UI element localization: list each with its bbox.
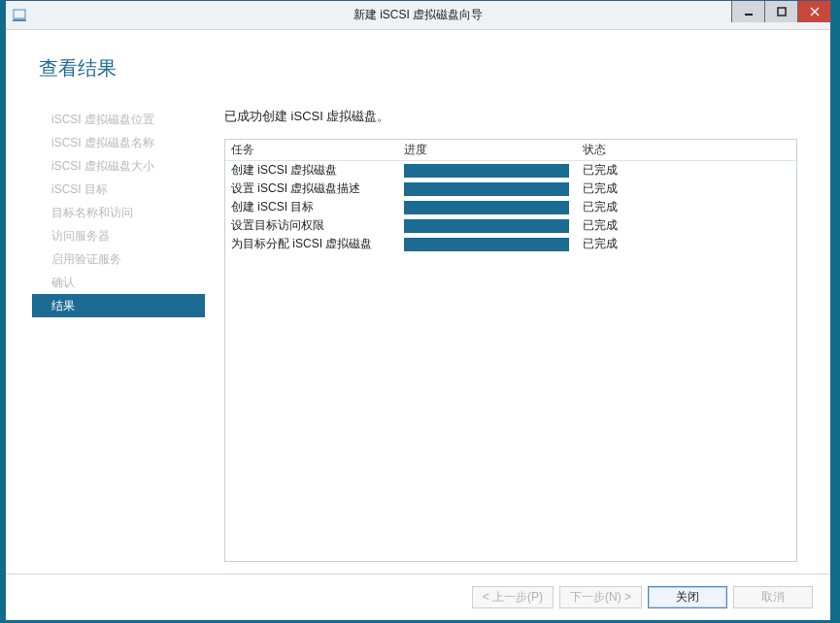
cell-progress — [404, 219, 577, 233]
cell-status: 已完成 — [577, 236, 796, 252]
sidebar-item-access-servers: 访问服务器 — [32, 224, 205, 247]
sidebar-item-confirm: 确认 — [32, 271, 205, 294]
table-body: 创建 iSCSI 虚拟磁盘 已完成 设置 iSCSI 虚拟磁盘描述 已完成 创建… — [225, 161, 796, 561]
wizard-window: 新建 iSCSI 虚拟磁盘向导 查看结果 iSCSI 虚拟磁盘位置 iSCSI … — [5, 0, 831, 621]
cell-task: 创建 iSCSI 虚拟磁盘 — [225, 162, 404, 179]
table-row: 创建 iSCSI 虚拟磁盘 已完成 — [225, 161, 796, 180]
window-title: 新建 iSCSI 虚拟磁盘向导 — [6, 7, 830, 23]
progress-bar — [404, 238, 569, 251]
table-row: 设置 iSCSI 虚拟磁盘描述 已完成 — [225, 180, 796, 198]
maximize-button[interactable] — [764, 1, 797, 22]
sidebar-item-result: 结果 — [32, 294, 205, 317]
progress-bar — [404, 201, 569, 214]
sidebar-item-iscsi-target: iSCSI 目标 — [32, 178, 205, 201]
cell-progress — [404, 182, 577, 196]
app-icon — [12, 8, 27, 23]
cell-progress — [404, 238, 577, 251]
svg-rect-1 — [13, 19, 26, 21]
results-table: 任务 进度 状态 创建 iSCSI 虚拟磁盘 已完成 设置 iSCSI 虚拟磁盘… — [224, 139, 797, 562]
cancel-button: 取消 — [733, 586, 813, 608]
close-wizard-button[interactable]: 关闭 — [648, 586, 727, 608]
progress-bar — [404, 164, 569, 178]
steps-sidebar: iSCSI 虚拟磁盘位置 iSCSI 虚拟磁盘名称 iSCSI 虚拟磁盘大小 i… — [32, 108, 205, 317]
result-message: 已成功创建 iSCSI 虚拟磁盘。 — [224, 108, 797, 125]
sidebar-item-iscsi-disk-name: iSCSI 虚拟磁盘名称 — [32, 131, 205, 154]
sidebar-item-target-name-access: 目标名称和访问 — [32, 201, 205, 224]
cell-status: 已完成 — [577, 162, 796, 179]
minimize-button[interactable] — [731, 1, 764, 22]
cell-progress — [404, 201, 577, 214]
window-controls — [731, 1, 830, 22]
cell-task: 为目标分配 iSCSI 虚拟磁盘 — [225, 236, 404, 252]
column-header-task: 任务 — [225, 142, 404, 158]
back-button: < 上一步(P) — [472, 586, 554, 608]
cell-task: 设置 iSCSI 虚拟磁盘描述 — [225, 180, 404, 197]
table-row: 创建 iSCSI 目标 已完成 — [225, 198, 796, 216]
cell-task: 设置目标访问权限 — [225, 217, 404, 234]
table-row: 为目标分配 iSCSI 虚拟磁盘 已完成 — [225, 235, 796, 253]
table-header: 任务 进度 状态 — [225, 140, 796, 161]
close-button[interactable] — [797, 1, 830, 22]
titlebar: 新建 iSCSI 虚拟磁盘向导 — [6, 1, 830, 30]
sidebar-item-iscsi-disk-location: iSCSI 虚拟磁盘位置 — [32, 108, 205, 131]
column-header-status: 状态 — [577, 142, 796, 158]
cell-status: 已完成 — [577, 199, 796, 215]
progress-bar — [404, 182, 569, 196]
progress-bar — [404, 219, 569, 233]
cell-status: 已完成 — [577, 217, 796, 234]
footer: < 上一步(P) 下一步(N) > 关闭 取消 — [6, 574, 830, 620]
content-area: 查看结果 iSCSI 虚拟磁盘位置 iSCSI 虚拟磁盘名称 iSCSI 虚拟磁… — [6, 30, 830, 574]
svg-rect-3 — [778, 8, 786, 16]
sidebar-item-enable-auth: 启用验证服务 — [32, 247, 205, 271]
cell-status: 已完成 — [577, 180, 796, 197]
main-panel: 已成功创建 iSCSI 虚拟磁盘。 任务 进度 状态 创建 iSCSI 虚拟磁盘… — [224, 108, 797, 564]
cell-progress — [404, 164, 577, 178]
table-row: 设置目标访问权限 已完成 — [225, 216, 796, 235]
next-button: 下一步(N) > — [559, 586, 642, 608]
sidebar-item-iscsi-disk-size: iSCSI 虚拟磁盘大小 — [32, 154, 205, 178]
cell-task: 创建 iSCSI 目标 — [225, 199, 404, 215]
page-heading: 查看结果 — [39, 55, 117, 82]
svg-rect-2 — [745, 14, 753, 16]
svg-rect-0 — [14, 10, 25, 18]
column-header-progress: 进度 — [404, 142, 577, 158]
